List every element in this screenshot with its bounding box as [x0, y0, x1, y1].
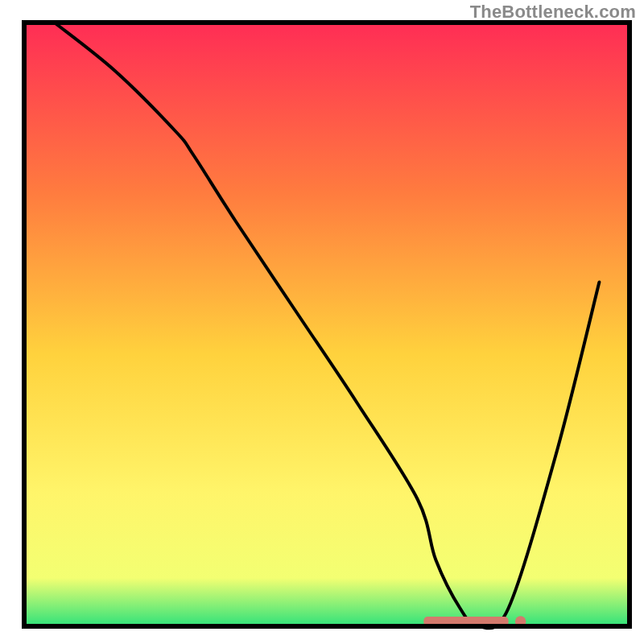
chart-stage: TheBottleneck.com: [0, 0, 644, 644]
bottleneck-chart: [0, 0, 644, 644]
gradient-background: [24, 23, 630, 626]
